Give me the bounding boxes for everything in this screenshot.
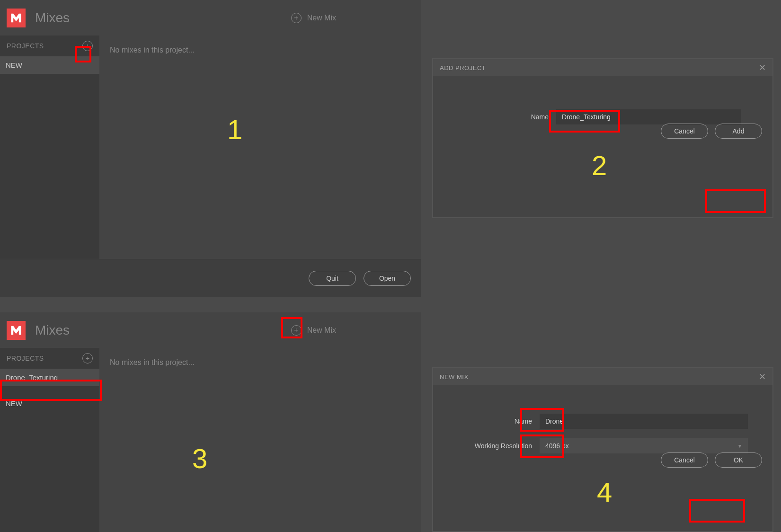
project-item-new[interactable]: NEW <box>0 395 99 412</box>
name-label: Name <box>447 113 556 121</box>
footer: Quit Open <box>0 259 421 297</box>
mixes-window-1: Mixes + New Mix PROJECTS + NEW No mixes … <box>0 0 421 297</box>
header: Mixes + New Mix <box>0 312 421 348</box>
mixes-area: No mixes in this project... 3 <box>99 348 421 532</box>
dialog-title: ADD PROJECT <box>440 64 486 71</box>
resolution-select[interactable]: 4096 px ▼ <box>540 438 748 453</box>
empty-message: No mixes in this project... <box>110 358 411 367</box>
step-number-4: 4 <box>597 476 612 508</box>
cancel-button[interactable]: Cancel <box>661 124 708 139</box>
plus-circle-icon: + <box>291 325 302 336</box>
add-project-button[interactable]: + <box>82 353 93 364</box>
projects-sidebar: PROJECTS + NEW <box>0 35 99 259</box>
step-number-2: 2 <box>592 150 607 181</box>
app-logo-icon <box>7 9 26 27</box>
project-item-new[interactable]: NEW <box>0 56 99 74</box>
cancel-button[interactable]: Cancel <box>661 452 708 468</box>
plus-circle-icon: + <box>291 13 302 23</box>
dialog-header: NEW MIX ✕ <box>433 368 772 385</box>
resolution-field-row: Working Resolution 4096 px ▼ <box>447 438 758 453</box>
header: Mixes + New Mix <box>0 0 421 35</box>
quit-button[interactable]: Quit <box>309 271 356 286</box>
close-icon[interactable]: ✕ <box>759 372 766 382</box>
project-item-label: Drone_Texturing <box>6 373 58 381</box>
project-name-input[interactable] <box>556 109 741 124</box>
add-button[interactable]: Add <box>715 124 762 139</box>
name-field-row: Name <box>447 109 758 124</box>
dialog-header: ADD PROJECT ✕ <box>433 59 772 76</box>
mix-name-input[interactable] <box>540 414 748 429</box>
mixes-area: No mixes in this project... 1 <box>99 35 421 259</box>
page-title: Mixes <box>35 323 70 338</box>
name-field-row: Name <box>447 414 758 429</box>
ok-button[interactable]: OK <box>715 452 762 468</box>
dialog-title: NEW MIX <box>440 373 469 381</box>
projects-label: PROJECTS <box>7 42 44 50</box>
new-mix-label: New Mix <box>307 14 336 22</box>
page-title: Mixes <box>35 10 70 26</box>
projects-header: PROJECTS + <box>0 35 99 56</box>
new-mix-button[interactable]: + New Mix <box>291 325 336 336</box>
projects-header: PROJECTS + <box>0 348 99 369</box>
chevron-down-icon: ▼ <box>737 443 742 449</box>
resolution-label: Working Resolution <box>447 442 540 450</box>
project-item-drone[interactable]: Drone_Texturing <box>0 369 99 386</box>
close-icon[interactable]: ✕ <box>759 62 766 73</box>
project-item-label: NEW <box>6 399 22 408</box>
project-item-label: NEW <box>6 61 22 69</box>
resolution-value: 4096 px <box>545 442 569 450</box>
step-number-3: 3 <box>192 443 207 474</box>
projects-sidebar: PROJECTS + Drone_Texturing NEW <box>0 348 99 532</box>
projects-label: PROJECTS <box>7 355 44 362</box>
empty-message: No mixes in this project... <box>110 46 411 54</box>
add-project-button[interactable]: + <box>82 41 93 51</box>
new-mix-button[interactable]: + New Mix <box>291 13 336 23</box>
mixes-window-2: Mixes + New Mix PROJECTS + Drone_Texturi… <box>0 312 421 532</box>
new-mix-label: New Mix <box>307 326 336 335</box>
step-number-1: 1 <box>227 114 242 145</box>
open-button[interactable]: Open <box>364 271 411 286</box>
app-logo-icon <box>7 321 26 340</box>
name-label: Name <box>447 417 540 425</box>
add-project-dialog: ADD PROJECT ✕ Name 2 Cancel Add <box>432 58 773 218</box>
new-mix-dialog: NEW MIX ✕ Name Working Resolution 4096 p… <box>432 367 773 532</box>
